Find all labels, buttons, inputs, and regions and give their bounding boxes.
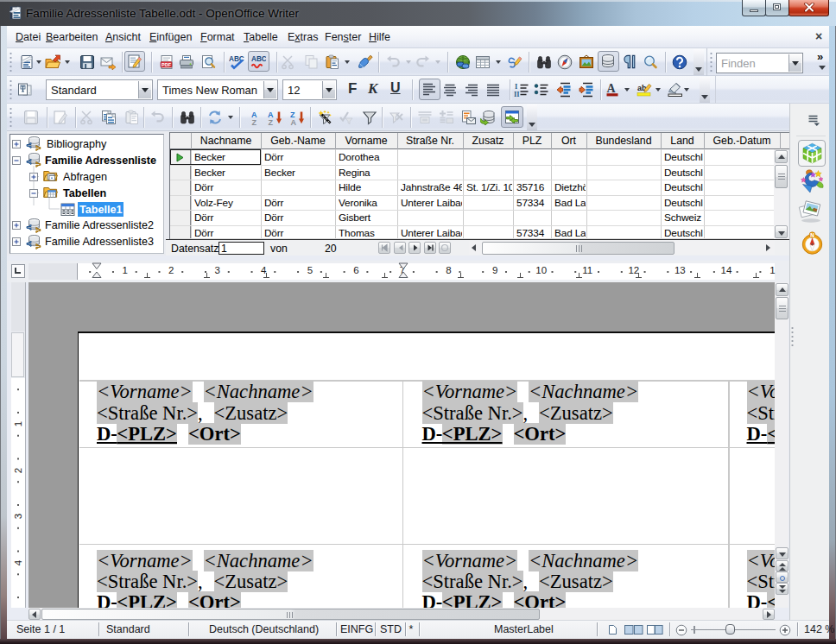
svg-text:A: A — [607, 82, 617, 95]
svg-text:Z: Z — [252, 118, 257, 126]
svg-text:N: N — [810, 232, 814, 238]
svg-text:Z: Z — [269, 118, 274, 126]
svg-text:A: A — [291, 118, 297, 126]
svg-text:PDF: PDF — [162, 62, 172, 67]
svg-text:ABC: ABC — [251, 55, 266, 63]
svg-text:II: II — [514, 90, 520, 98]
